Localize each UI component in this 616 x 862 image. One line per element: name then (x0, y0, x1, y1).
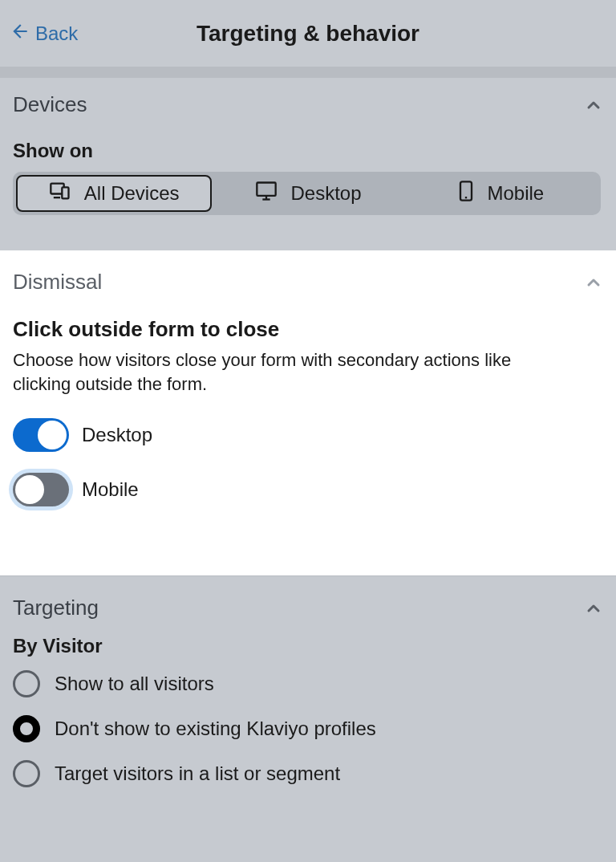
mobile-icon (458, 180, 474, 207)
arrow-left-icon (10, 21, 30, 47)
devices-section: Devices Show on All Devices Desktop Mobi… (0, 77, 616, 250)
radio-label: Don't show to existing Klaviyo profiles (55, 718, 376, 740)
divider (0, 67, 616, 77)
click-outside-heading: Click outside form to close (13, 317, 603, 342)
topbar: Back Targeting & behavior (0, 0, 616, 67)
back-button[interactable]: Back (10, 21, 78, 47)
targeting-title: Targeting (13, 596, 99, 620)
radio-icon (13, 715, 40, 742)
radio-label: Target visitors in a list or segment (55, 762, 340, 785)
segment-desktop[interactable]: Desktop (212, 175, 404, 212)
click-outside-description: Choose how visitors close your form with… (13, 348, 558, 396)
chevron-up-icon (584, 273, 603, 292)
show-on-label: Show on (13, 140, 603, 162)
toggle-mobile-label: Mobile (82, 478, 139, 501)
toggle-desktop[interactable] (13, 418, 69, 452)
dismissal-title: Dismissal (13, 270, 102, 295)
chevron-up-icon (584, 96, 603, 115)
chevron-up-icon (584, 599, 603, 618)
devices-header[interactable]: Devices (13, 92, 603, 117)
radio-hide-existing[interactable]: Don't show to existing Klaviyo profiles (13, 715, 603, 742)
targeting-section: Targeting By Visitor Show to all visitor… (0, 575, 616, 829)
back-label: Back (35, 22, 78, 45)
desktop-icon (255, 180, 278, 207)
dismissal-section: Dismissal Click outside form to close Ch… (0, 250, 616, 575)
svg-rect-3 (257, 183, 276, 196)
radio-target-list[interactable]: Target visitors in a list or segment (13, 760, 603, 787)
segment-mobile-label: Mobile (487, 182, 544, 205)
toggle-row-mobile: Mobile (13, 473, 603, 506)
segment-all-label: All Devices (84, 182, 180, 205)
segment-all-devices[interactable]: All Devices (16, 175, 212, 212)
radio-show-all[interactable]: Show to all visitors (13, 670, 603, 697)
by-visitor-label: By Visitor (13, 635, 603, 657)
radio-icon (13, 670, 40, 697)
device-segmented-control: All Devices Desktop Mobile (13, 172, 601, 215)
toggle-mobile[interactable] (13, 473, 69, 506)
toggle-row-desktop: Desktop (13, 418, 603, 452)
radio-label: Show to all visitors (55, 673, 214, 695)
toggle-desktop-label: Desktop (82, 424, 152, 446)
targeting-header[interactable]: Targeting (13, 596, 603, 620)
svg-rect-1 (62, 187, 68, 198)
dismissal-header[interactable]: Dismissal (13, 270, 603, 295)
devices-title: Devices (13, 92, 87, 117)
radio-icon (13, 760, 40, 787)
segment-desktop-label: Desktop (290, 182, 361, 205)
page-title: Targeting & behavior (197, 21, 419, 47)
all-devices-icon (49, 180, 71, 207)
segment-mobile[interactable]: Mobile (405, 175, 598, 212)
